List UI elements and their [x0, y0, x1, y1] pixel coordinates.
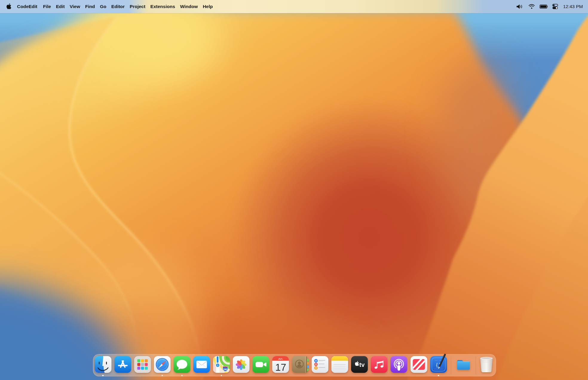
svg-text:280: 280 — [223, 368, 227, 370]
svg-text:17: 17 — [275, 362, 286, 373]
svg-text:JUL: JUL — [278, 357, 283, 360]
svg-text:tv: tv — [359, 361, 365, 368]
